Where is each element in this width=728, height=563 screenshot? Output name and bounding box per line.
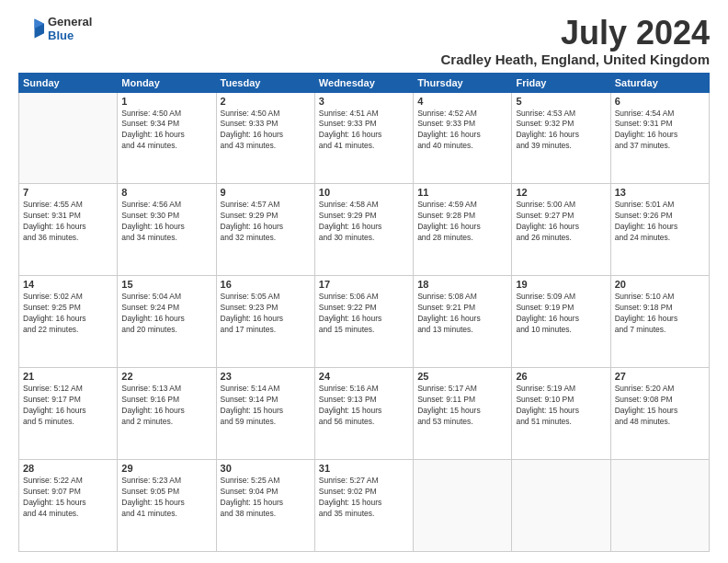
- day-number: 10: [319, 187, 409, 198]
- day-number: 20: [615, 279, 705, 290]
- calendar-cell: 11Sunrise: 4:59 AM Sunset: 9:28 PM Dayli…: [414, 184, 512, 276]
- day-info: Sunrise: 4:54 AM Sunset: 9:31 PM Dayligh…: [615, 109, 705, 153]
- calendar-cell: 18Sunrise: 5:08 AM Sunset: 9:21 PM Dayli…: [414, 276, 512, 368]
- calendar-header-wednesday: Wednesday: [314, 73, 413, 92]
- calendar-cell: 4Sunrise: 4:52 AM Sunset: 9:33 PM Daylig…: [414, 92, 512, 184]
- day-number: 16: [221, 279, 311, 290]
- calendar-cell: 13Sunrise: 5:01 AM Sunset: 9:26 PM Dayli…: [610, 184, 709, 276]
- calendar-cell: 28Sunrise: 5:22 AM Sunset: 9:07 PM Dayli…: [19, 460, 118, 552]
- day-info: Sunrise: 4:51 AM Sunset: 9:33 PM Dayligh…: [319, 109, 409, 153]
- day-info: Sunrise: 5:14 AM Sunset: 9:14 PM Dayligh…: [221, 384, 311, 428]
- calendar-cell: 10Sunrise: 4:58 AM Sunset: 9:29 PM Dayli…: [314, 184, 413, 276]
- day-info: Sunrise: 5:12 AM Sunset: 9:17 PM Dayligh…: [23, 384, 113, 428]
- calendar-cell: 29Sunrise: 5:23 AM Sunset: 9:05 PM Dayli…: [118, 460, 216, 552]
- day-number: 14: [23, 279, 113, 290]
- calendar-cell: [414, 460, 512, 552]
- week-row-5: 28Sunrise: 5:22 AM Sunset: 9:07 PM Dayli…: [19, 460, 710, 552]
- week-row-3: 14Sunrise: 5:02 AM Sunset: 9:25 PM Dayli…: [19, 276, 710, 368]
- calendar-cell: 1Sunrise: 4:50 AM Sunset: 9:34 PM Daylig…: [118, 92, 216, 184]
- day-info: Sunrise: 5:00 AM Sunset: 9:27 PM Dayligh…: [516, 200, 606, 244]
- calendar-cell: 27Sunrise: 5:20 AM Sunset: 9:08 PM Dayli…: [610, 368, 709, 460]
- day-info: Sunrise: 5:04 AM Sunset: 9:24 PM Dayligh…: [121, 292, 211, 336]
- day-info: Sunrise: 5:23 AM Sunset: 9:05 PM Dayligh…: [121, 476, 211, 520]
- subtitle: Cradley Heath, England, United Kingdom: [440, 52, 710, 67]
- calendar-cell: 12Sunrise: 5:00 AM Sunset: 9:27 PM Dayli…: [512, 184, 610, 276]
- day-info: Sunrise: 5:01 AM Sunset: 9:26 PM Dayligh…: [615, 200, 705, 244]
- calendar-cell: [19, 92, 118, 184]
- day-number: 3: [319, 96, 409, 107]
- day-info: Sunrise: 5:08 AM Sunset: 9:21 PM Dayligh…: [417, 292, 507, 336]
- logo-icon: [18, 16, 44, 41]
- day-number: 19: [516, 279, 606, 290]
- day-info: Sunrise: 4:58 AM Sunset: 9:29 PM Dayligh…: [319, 200, 409, 244]
- calendar-cell: 2Sunrise: 4:50 AM Sunset: 9:33 PM Daylig…: [216, 92, 314, 184]
- day-info: Sunrise: 5:19 AM Sunset: 9:10 PM Dayligh…: [516, 384, 606, 428]
- calendar-cell: 21Sunrise: 5:12 AM Sunset: 9:17 PM Dayli…: [19, 368, 118, 460]
- day-info: Sunrise: 5:02 AM Sunset: 9:25 PM Dayligh…: [23, 292, 113, 336]
- day-number: 15: [121, 279, 211, 290]
- day-info: Sunrise: 5:17 AM Sunset: 9:11 PM Dayligh…: [417, 384, 507, 428]
- calendar-cell: 14Sunrise: 5:02 AM Sunset: 9:25 PM Dayli…: [19, 276, 118, 368]
- day-number: 11: [417, 187, 507, 198]
- day-info: Sunrise: 5:10 AM Sunset: 9:18 PM Dayligh…: [615, 292, 705, 336]
- day-number: 8: [121, 187, 211, 198]
- day-number: 1: [121, 96, 211, 107]
- calendar-cell: 30Sunrise: 5:25 AM Sunset: 9:04 PM Dayli…: [216, 460, 314, 552]
- week-row-4: 21Sunrise: 5:12 AM Sunset: 9:17 PM Dayli…: [19, 368, 710, 460]
- day-info: Sunrise: 4:50 AM Sunset: 9:34 PM Dayligh…: [121, 109, 211, 153]
- day-info: Sunrise: 5:06 AM Sunset: 9:22 PM Dayligh…: [319, 292, 409, 336]
- day-number: 29: [121, 463, 211, 474]
- logo: General Blue: [18, 15, 92, 42]
- day-number: 27: [615, 371, 705, 382]
- day-info: Sunrise: 5:16 AM Sunset: 9:13 PM Dayligh…: [319, 384, 409, 428]
- day-number: 23: [221, 371, 311, 382]
- calendar-cell: 16Sunrise: 5:05 AM Sunset: 9:23 PM Dayli…: [216, 276, 314, 368]
- day-number: 30: [221, 463, 311, 474]
- week-row-2: 7Sunrise: 4:55 AM Sunset: 9:31 PM Daylig…: [19, 184, 710, 276]
- calendar-cell: 20Sunrise: 5:10 AM Sunset: 9:18 PM Dayli…: [610, 276, 709, 368]
- day-info: Sunrise: 5:25 AM Sunset: 9:04 PM Dayligh…: [221, 476, 311, 520]
- week-row-1: 1Sunrise: 4:50 AM Sunset: 9:34 PM Daylig…: [19, 92, 710, 184]
- calendar-cell: 3Sunrise: 4:51 AM Sunset: 9:33 PM Daylig…: [314, 92, 413, 184]
- calendar-cell: 26Sunrise: 5:19 AM Sunset: 9:10 PM Dayli…: [512, 368, 610, 460]
- calendar-cell: 31Sunrise: 5:27 AM Sunset: 9:02 PM Dayli…: [314, 460, 413, 552]
- day-number: 13: [615, 187, 705, 198]
- calendar-header-sunday: Sunday: [19, 73, 118, 92]
- day-number: 9: [221, 187, 311, 198]
- calendar-header-tuesday: Tuesday: [216, 73, 314, 92]
- day-info: Sunrise: 4:57 AM Sunset: 9:29 PM Dayligh…: [221, 200, 311, 244]
- title-block: July 2024 Cradley Heath, England, United…: [440, 15, 710, 67]
- day-info: Sunrise: 4:55 AM Sunset: 9:31 PM Dayligh…: [23, 200, 113, 244]
- calendar-cell: 19Sunrise: 5:09 AM Sunset: 9:19 PM Dayli…: [512, 276, 610, 368]
- day-info: Sunrise: 4:50 AM Sunset: 9:33 PM Dayligh…: [221, 109, 311, 153]
- calendar-cell: 9Sunrise: 4:57 AM Sunset: 9:29 PM Daylig…: [216, 184, 314, 276]
- calendar-header-thursday: Thursday: [414, 73, 512, 92]
- day-number: 28: [23, 463, 113, 474]
- day-info: Sunrise: 4:53 AM Sunset: 9:32 PM Dayligh…: [516, 109, 606, 153]
- calendar-header-saturday: Saturday: [610, 73, 709, 92]
- day-number: 12: [516, 187, 606, 198]
- day-info: Sunrise: 4:59 AM Sunset: 9:28 PM Dayligh…: [417, 200, 507, 244]
- day-number: 21: [23, 371, 113, 382]
- day-number: 4: [417, 96, 507, 107]
- calendar-cell: 15Sunrise: 5:04 AM Sunset: 9:24 PM Dayli…: [118, 276, 216, 368]
- calendar-cell: 7Sunrise: 4:55 AM Sunset: 9:31 PM Daylig…: [19, 184, 118, 276]
- calendar-header-monday: Monday: [118, 73, 216, 92]
- day-number: 22: [121, 371, 211, 382]
- day-number: 6: [615, 96, 705, 107]
- calendar-cell: [512, 460, 610, 552]
- day-info: Sunrise: 5:13 AM Sunset: 9:16 PM Dayligh…: [121, 384, 211, 428]
- calendar-header-friday: Friday: [512, 73, 610, 92]
- day-number: 17: [319, 279, 409, 290]
- calendar-cell: 17Sunrise: 5:06 AM Sunset: 9:22 PM Dayli…: [314, 276, 413, 368]
- calendar-cell: 23Sunrise: 5:14 AM Sunset: 9:14 PM Dayli…: [216, 368, 314, 460]
- calendar-cell: 25Sunrise: 5:17 AM Sunset: 9:11 PM Dayli…: [414, 368, 512, 460]
- day-number: 5: [516, 96, 606, 107]
- page: General Blue July 2024 Cradley Heath, En…: [0, 0, 728, 563]
- day-number: 25: [417, 371, 507, 382]
- calendar-cell: 8Sunrise: 4:56 AM Sunset: 9:30 PM Daylig…: [118, 184, 216, 276]
- day-info: Sunrise: 4:56 AM Sunset: 9:30 PM Dayligh…: [121, 200, 211, 244]
- calendar-cell: 24Sunrise: 5:16 AM Sunset: 9:13 PM Dayli…: [314, 368, 413, 460]
- calendar-cell: 6Sunrise: 4:54 AM Sunset: 9:31 PM Daylig…: [610, 92, 709, 184]
- calendar-table: SundayMondayTuesdayWednesdayThursdayFrid…: [18, 73, 710, 552]
